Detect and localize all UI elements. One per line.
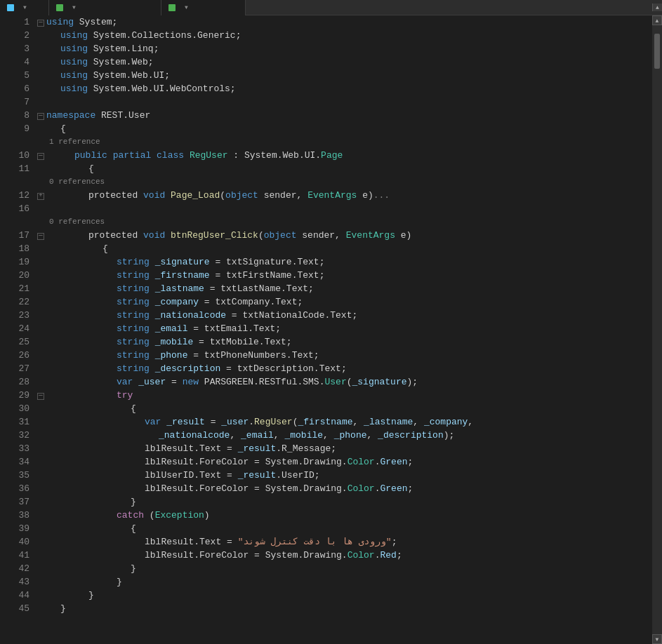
collapse-icon: [35, 162, 46, 175]
token: try: [117, 389, 133, 402]
token: var: [145, 415, 161, 429]
token: Green: [380, 455, 407, 469]
collapse-icon: [35, 415, 46, 429]
collapse-icon: [35, 42, 46, 55]
token: object: [264, 229, 297, 242]
token: .: [375, 482, 380, 495]
collapse-icon: [35, 375, 46, 389]
dropdown-arrow2: ▼: [72, 4, 76, 11]
token: [165, 189, 171, 202]
token: lblResult.Text =: [145, 535, 238, 549]
token: _company: [155, 295, 199, 309]
token: {: [131, 402, 136, 415]
collapse-icon: [35, 335, 46, 349]
token: var: [117, 375, 133, 389]
rest-icon: [7, 4, 14, 11]
token: [165, 229, 171, 242]
collapse-icon: [35, 202, 46, 215]
scrollbar-up-btn[interactable]: ▲: [652, 4, 662, 11]
collapse-icon: [35, 82, 46, 95]
code-line: string _mobile = txtMobile.Text;: [46, 335, 652, 349]
token: }: [131, 562, 136, 575]
line-number: 29: [0, 389, 29, 402]
tab-txtsig[interactable]: ▼: [161, 0, 246, 15]
line-number: 27: [0, 362, 29, 375]
scrollbar-vertical[interactable]: ▲ ▼: [652, 15, 662, 644]
token: = txtMobile.Text;: [193, 335, 291, 349]
token: [150, 349, 155, 362]
token: EventArgs: [307, 189, 357, 202]
token: Green: [380, 482, 407, 495]
token: using: [60, 69, 88, 82]
code-line: {: [46, 162, 652, 175]
token: }: [117, 575, 122, 589]
line-number: 31: [0, 415, 29, 429]
collapse-icon[interactable]: ─: [35, 389, 46, 402]
token: [150, 282, 155, 295]
code-line: var _result = _user.RegUser(_firstname, …: [46, 415, 652, 429]
line-number: 11: [0, 162, 29, 175]
token: string: [117, 309, 150, 322]
code-line: using System.Linq;: [46, 42, 652, 55]
collapse-icon[interactable]: +: [35, 189, 46, 202]
token: [150, 255, 155, 269]
token: = txtSignature.Text;: [210, 255, 325, 269]
collapse-icon: [35, 282, 46, 295]
code-line: protected void btnRegUser_Click(object s…: [46, 229, 652, 242]
token: Color: [347, 455, 375, 469]
scroll-track[interactable]: [654, 27, 660, 633]
token: btnRegUser_Click: [171, 229, 258, 242]
code-line: using System.Web;: [46, 55, 652, 69]
collapse-icon[interactable]: ─: [35, 229, 46, 242]
code-line: string _nationalcode = txtNationalCode.T…: [46, 309, 652, 322]
token: [150, 295, 155, 309]
token: ;: [392, 535, 397, 549]
scroll-up[interactable]: ▲: [652, 15, 662, 25]
collapse-icon[interactable]: ─: [35, 109, 46, 122]
token: Page: [321, 149, 343, 162]
token: ): [204, 509, 210, 522]
token: [150, 269, 155, 282]
code-line: string _signature = txtSignature.Text;: [46, 255, 652, 269]
collapse-icon[interactable]: ─: [35, 15, 46, 29]
code-line: lblResult.Text = _result.R_Message;: [46, 442, 652, 455]
token: string: [117, 295, 150, 309]
token: .UserID;: [276, 469, 319, 482]
line-number: 30: [0, 402, 29, 415]
token: {: [131, 522, 136, 535]
token: using: [60, 29, 88, 42]
line-number: 40: [0, 535, 29, 549]
tab-reguser[interactable]: ▼: [49, 0, 161, 15]
code-line: lblResult.ForeColor = System.Drawing.Col…: [46, 549, 652, 562]
token: {: [102, 242, 108, 255]
token: _user: [138, 375, 166, 389]
token: System.Web;: [88, 55, 154, 69]
token: .: [375, 549, 380, 562]
token: );: [444, 429, 455, 442]
tab-rest[interactable]: ▼: [0, 0, 49, 15]
token: .: [375, 455, 380, 469]
scroll-thumb[interactable]: [654, 34, 660, 69]
line-number: 35: [0, 469, 29, 482]
code-line: }: [46, 495, 652, 509]
collapse-col: ───+──: [35, 15, 46, 644]
line-number: 43: [0, 575, 29, 589]
collapse-icon[interactable]: ─: [35, 149, 46, 162]
scroll-down[interactable]: ▼: [652, 634, 662, 644]
token: EventArgs: [346, 229, 395, 242]
line-number: 23: [0, 309, 29, 322]
collapse-icon: [35, 549, 46, 562]
code-line: }: [46, 589, 652, 602]
code-line: using System.Web.UI;: [46, 69, 652, 82]
token: [151, 149, 157, 162]
txtsig-icon: [168, 4, 176, 11]
token: _signature: [155, 255, 210, 269]
token: lblResult.ForeColor = System.Drawing.: [145, 482, 347, 495]
code-line: public partial class RegUser : System.We…: [46, 149, 652, 162]
code-line: string _company = txtCompany.Text;: [46, 295, 652, 309]
token: namespace: [46, 109, 95, 122]
token: e): [357, 189, 373, 202]
token: ,: [353, 415, 364, 429]
token: _firstname: [155, 269, 210, 282]
reguser-icon: [56, 4, 63, 11]
